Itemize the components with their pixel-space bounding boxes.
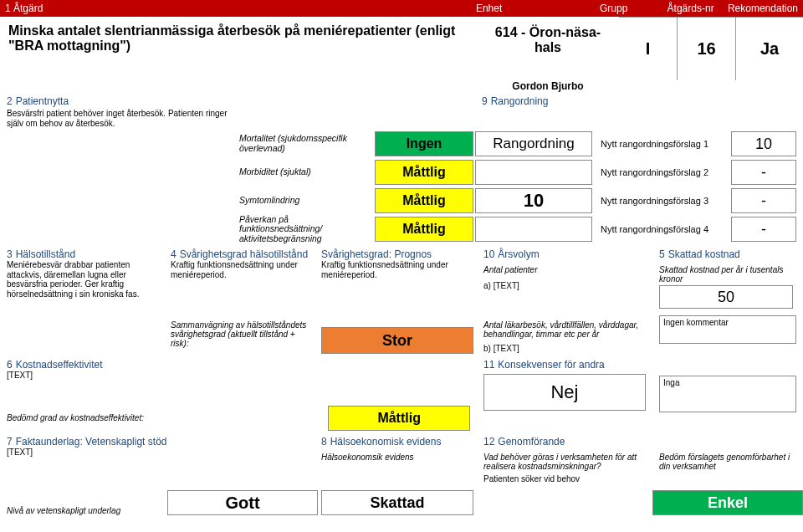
sec12-q: Vad behöver göras i verksamheten för att… [483,453,646,471]
sec12-pill: Enkel [652,490,803,515]
rank2-pill: Måttlig [375,160,473,185]
cost-value: 50 [659,285,793,309]
clinician-row: Gordon Bjurbo [0,80,803,94]
clinician-name: Gordon Bjurbo [477,80,619,94]
kost-row: Bedömd grad av kostnadseffektivitet: Måt… [7,406,470,431]
sec10-sub1: Antal patienter [483,265,646,274]
nej-box: Nej [483,374,646,411]
rank3-text: Nytt rangordningsförslag 3 [592,196,731,206]
title-row: Minska antalet slentrianmässiga återbesö… [0,17,803,80]
prognos-body: Kraftig funktionsnedsättning under menié… [321,260,473,279]
sec8-head: 8Hälsoekonomisk evidens [321,436,473,448]
sec8-pill: Skattad [321,490,473,515]
rank4-text: Nytt rangordningsförslag 4 [592,224,731,234]
sec9-head: 9Rangordning [482,95,796,107]
rank4-pill: Måttlig [375,217,473,242]
rank4-label: Påverkan på funktionsnedsättning/ aktivi… [234,215,375,244]
rank1-pill: Ingen [375,131,473,156]
sec12-right: Bedöm förslagets genomförbarhet i din ve… [659,453,796,471]
mid-row: Sammanvägning av hälsotillståndets svåri… [0,315,803,354]
clinic-name: 614 - Öron-näsa-hals [477,17,619,80]
sec8-sub: Hälsoekonomsik evidens [321,453,473,462]
group-value: I [619,17,678,80]
top-header: 1 Åtgärd Enhet Grupp Åtgärds-nr Rekomend… [0,0,803,17]
rank3-val: - [731,188,796,213]
action-title: Minska antalet slentrianmässiga återbesö… [0,17,477,80]
ranking-table: Mortalitet (sjukdomsspecifik överlevnad)… [234,130,803,243]
footer-pill-row: Nivå av vetenskapligt underlag Gott Skat… [0,490,803,515]
sec6-body: [TEXT] [7,371,470,381]
section-3-5-row: 3Hälsotillstånd Meniérebesvär drabbar pa… [0,247,803,310]
sec6-pill: Måttlig [328,406,470,431]
lakare-label: Antal läkarbesök, vårdtillfällen, vårdda… [483,320,646,339]
sec2-desc: Besvärsfri patient behöver inget återbes… [7,109,228,128]
rank2-text: Nytt rangordningsförslag 2 [592,167,731,177]
action-nr-value: 16 [678,17,736,80]
rank1-label: Mortalitet (sjukdomsspecifik överlevnad) [234,134,375,153]
sec3-body: Meniérebesvär drabbar patienten attackvi… [7,260,161,299]
sec10-sub2: a) [TEXT] [483,281,646,291]
sec3-head: 3Hälsotillstånd [7,248,161,260]
rank2-main [475,160,592,185]
prognos-head: Svårighetsgrad: Prognos [321,248,473,260]
sec5-sub: Skattad kostnad per år i tusentals krono… [659,265,796,284]
stor-pill: Stor [321,327,473,354]
rank3-label: Symtomlindring [234,196,375,206]
sec6-sub: Bedömd grad av kostnadseffektivitet: [7,413,261,422]
hdr-atgard: Åtgärd [13,3,43,14]
sec10-head: 10Årsvolym [483,248,646,260]
hdr-enhet: Enhet [476,3,600,14]
sec7-sub: Nivå av vetenskapligt underlag [0,506,167,515]
rank4-val: - [731,217,796,242]
rank4-main [475,217,592,242]
rank1-text: Nytt rangordningsförslag 1 [592,139,731,149]
hdr-grupp: Grupp [600,3,657,14]
rank1-main: Rangordning [475,131,592,156]
samman-label: Sammanvägning av hälsotillståndets svåri… [171,320,315,348]
rank-row-4: Påverkan på funktionsnedsättning/ aktivi… [234,215,803,243]
recommendation-value: Ja [736,17,803,80]
hdr-nr: Åtgärds-nr [657,3,724,14]
sec6-head: 6Kostnadseffektivitet [7,359,470,371]
hdr-num: 1 [5,3,11,14]
section-6-11-row: 6Kostnadseffektivitet [TEXT] Bedömd grad… [0,357,803,432]
sec7-head: 7Faktaunderlag: Vetenskapligt stöd [7,436,311,448]
no-comment-box: Ingen kommentar [659,315,796,344]
inga-box: Inga [659,376,796,412]
rank3-pill: Måttlig [375,188,473,213]
sec4-head: 4Svårighetsgrad hälsotillstånd [171,248,315,260]
sec12-head: 12Genomförande [483,436,646,448]
section-2-9-heads: 2Patientnytta Besvärsfri patient behöver… [0,94,803,130]
sec7-body: [TEXT] [7,448,311,458]
section-7-12-row: 7Faktaunderlag: Vetenskapligt stöd [TEXT… [0,434,803,486]
rank2-label: Morbiditet (sjuktal) [234,167,375,177]
sec4-body: Kraftig funktionsnedsättning under menié… [171,260,315,279]
sec2-head: 2Patientnytta [7,95,228,107]
sec5-head: 5Skattad kostnad [659,248,796,260]
rank3-main: 10 [475,188,592,213]
sec11-head: 11Konsekvenser för andra [483,359,646,371]
sec12-a: Patienten söker vid behov [483,474,646,484]
rank-row-2: Morbiditet (sjuktal) Måttlig Nytt rangor… [234,158,803,187]
rank2-val: - [731,160,796,185]
rank1-val: 10 [731,131,796,156]
b-text: b) [TEXT] [483,344,646,354]
sec7-pill: Gott [167,490,318,515]
rank-row-3: Symtomlindring Måttlig 10 Nytt rangordni… [234,187,803,215]
hdr-rek: Rekomendation [724,3,798,14]
rank-row-1: Mortalitet (sjukdomsspecifik överlevnad)… [234,130,803,158]
